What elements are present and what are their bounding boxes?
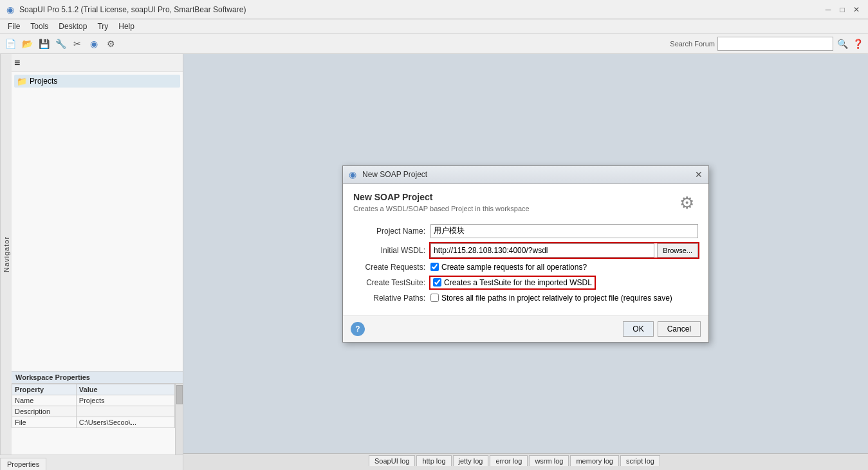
folder-icon: 📁 [17, 76, 27, 86]
create-requests-check-label: Create sample requests for all operation… [441, 263, 587, 272]
menu-file[interactable]: File [3, 21, 25, 32]
relative-paths-row: Relative Paths: Stores all file paths in… [353, 294, 698, 303]
right-content: ◉ New SOAP Project ✕ New SOAP Project Cr… [183, 54, 868, 453]
menu-try[interactable]: Try [92, 21, 113, 32]
menu-tools[interactable]: Tools [25, 21, 53, 32]
left-bottom-tab-bar: Properties [0, 455, 183, 470]
scroll-indicator[interactable] [175, 384, 183, 455]
workspace-props-header: Workspace Properties [12, 371, 183, 384]
browse-button[interactable]: Browse... [657, 243, 698, 258]
properties-tab[interactable]: Properties [0, 458, 46, 470]
ok-button[interactable]: OK [623, 321, 653, 337]
menu-help[interactable]: Help [113, 21, 140, 32]
initial-wsdl-row: Initial WSDL: Browse... [353, 243, 698, 258]
table-row: FileC:\Users\Secoo\... [12, 417, 175, 428]
search-icon-btn[interactable]: 🔍 [835, 36, 850, 52]
initial-wsdl-label: Initial WSDL: [353, 246, 430, 255]
dialog-icon: ◉ [347, 169, 358, 180]
relative-paths-checkbox[interactable] [430, 294, 439, 302]
workspace-properties-panel: Workspace Properties Property Value [12, 371, 183, 455]
nav-list-icon: ≡ [14, 57, 20, 69]
left-panel: Navigator ≡ 📁 Projects Workspace Propert… [0, 54, 183, 470]
log-tab-memory-log[interactable]: memory log [570, 455, 618, 466]
create-testsuite-label: Create TestSuite: [353, 278, 430, 287]
wsdl-input[interactable] [430, 243, 654, 258]
menu-desktop[interactable]: Desktop [53, 21, 92, 32]
title-text: SoapUI Pro 5.1.2 (Trial License, soapUI … [19, 5, 822, 14]
log-tab-http-log[interactable]: http log [416, 455, 451, 466]
minimize-button[interactable]: ─ [822, 3, 835, 16]
value-col-header: Value [76, 384, 174, 395]
dialog-subtitle: Creates a WSDL/SOAP based Project in thi… [353, 205, 675, 212]
wsdl-input-wrap: Browse... [430, 243, 698, 258]
search-forum-area: Search Forum 🔍 ❓ [670, 36, 865, 52]
create-testsuite-checkbox-wrap: Creates a TestSuite for the imported WSD… [430, 277, 595, 288]
log-tab-error-log[interactable]: error log [490, 455, 528, 466]
table-row: NameProjects [12, 395, 175, 406]
cancel-button[interactable]: Cancel [658, 321, 701, 337]
create-requests-checkbox-row: Create sample requests for all operation… [430, 263, 587, 272]
project-name-row: Project Name: [353, 224, 698, 238]
footer-right: OK Cancel [623, 321, 701, 337]
create-requests-label: Create Requests: [353, 263, 430, 272]
create-testsuite-check-label: Creates a TestSuite for the imported WSD… [444, 278, 592, 287]
help-button[interactable]: ? [351, 322, 365, 336]
toolbar-settings-btn[interactable]: ⚙ [103, 36, 118, 52]
toolbar-cut-btn[interactable]: ✂ [69, 36, 85, 52]
bottom-log-bar: SoapUI loghttp logjetty logerror logwsrm… [183, 453, 868, 470]
value-cell: C:\Users\Secoo\... [76, 417, 174, 428]
value-cell: Projects [76, 395, 174, 406]
footer-left: ? [351, 322, 365, 336]
toolbar-soapui-icon: ◉ [86, 36, 102, 52]
nav-content: ≡ 📁 Projects Workspace Properties [12, 54, 183, 455]
search-forum-input[interactable] [717, 37, 833, 51]
projects-label: Projects [30, 77, 57, 86]
log-tab-script-log[interactable]: script log [620, 455, 660, 466]
properties-table: Property Value NameProjectsDescriptionFi… [12, 384, 175, 428]
project-name-label: Project Name: [353, 227, 430, 236]
log-tab-soapui-log[interactable]: SoapUI log [369, 455, 415, 466]
gear-icon: ⚙ [675, 192, 698, 215]
log-tab-wsrm-log[interactable]: wsrm log [529, 455, 569, 466]
toolbar-new-btn[interactable]: 📄 [3, 36, 18, 52]
create-requests-row: Create Requests: Create sample requests … [353, 263, 698, 272]
toolbar: 📄 📂 💾 🔧 ✂ ◉ ⚙ Search Forum 🔍 ❓ [0, 33, 868, 54]
create-testsuite-checkbox[interactable] [433, 278, 441, 287]
table-row: Description [12, 406, 175, 417]
close-button[interactable]: ✕ [850, 3, 863, 16]
project-name-input[interactable] [430, 224, 698, 238]
right-panel: ◉ New SOAP Project ✕ New SOAP Project Cr… [183, 54, 868, 470]
create-requests-checkbox[interactable] [430, 263, 439, 271]
search-forum-label: Search Forum [670, 40, 715, 48]
log-tab-jetty-log[interactable]: jetty log [453, 455, 489, 466]
dialog-footer: ? OK Cancel [343, 315, 708, 342]
main-area: Navigator ≡ 📁 Projects Workspace Propert… [0, 54, 868, 470]
nav-tree: 📁 Projects [12, 72, 183, 371]
dialog-overlay: ◉ New SOAP Project ✕ New SOAP Project Cr… [183, 54, 868, 453]
dialog-header-text: New SOAP Project Creates a WSDL/SOAP bas… [353, 192, 675, 212]
help-icon-btn[interactable]: ❓ [850, 36, 865, 52]
property-cell: Description [12, 406, 77, 417]
title-bar: ◉ SoapUI Pro 5.1.2 (Trial License, soapU… [0, 0, 868, 19]
menu-bar: File Tools Desktop Try Help [0, 19, 868, 33]
toolbar-save-btn[interactable]: 💾 [36, 36, 51, 52]
toolbar-pref-btn[interactable]: 🔧 [53, 36, 68, 52]
value-cell [76, 406, 174, 417]
maximize-button[interactable]: □ [836, 3, 849, 16]
property-cell: File [12, 417, 77, 428]
projects-tree-item[interactable]: 📁 Projects [14, 75, 180, 88]
nav-header: ≡ [12, 54, 183, 72]
dialog-header-section: New SOAP Project Creates a WSDL/SOAP bas… [353, 192, 698, 215]
window-controls: ─ □ ✕ [822, 3, 863, 16]
scroll-thumb [176, 385, 183, 404]
left-panel-inner: Navigator ≡ 📁 Projects Workspace Propert… [0, 54, 183, 455]
dialog-main-title: New SOAP Project [353, 192, 675, 202]
dialog-body: New SOAP Project Creates a WSDL/SOAP bas… [343, 184, 708, 315]
property-col-header: Property [12, 384, 77, 395]
toolbar-open-btn[interactable]: 📂 [19, 36, 35, 52]
dialog-close-button[interactable]: ✕ [693, 169, 705, 180]
property-cell: Name [12, 395, 77, 406]
navigator-tab[interactable]: Navigator [0, 54, 12, 455]
create-testsuite-row: Create TestSuite: Creates a TestSuite fo… [353, 277, 698, 288]
dialog-title-text: New SOAP Project [362, 170, 693, 179]
